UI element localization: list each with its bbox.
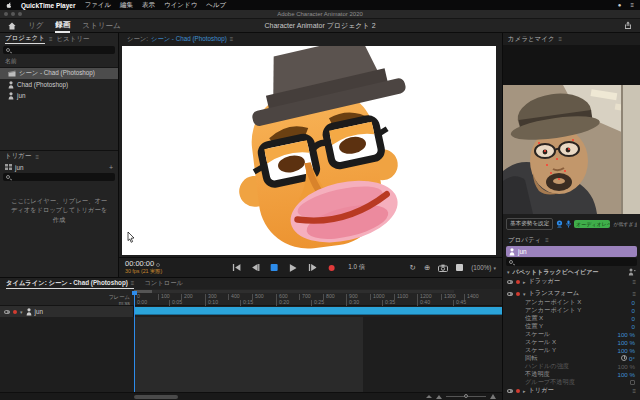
- webcam-icon[interactable]: [556, 220, 563, 228]
- rotation-dial-icon[interactable]: [621, 355, 627, 361]
- timeline-ruler[interactable]: フレーム m:ss 0 100 200 300 400 500 600 700 …: [0, 289, 502, 306]
- prop-value[interactable]: 0: [632, 307, 635, 314]
- chevron-down-icon[interactable]: ▾: [523, 291, 526, 297]
- track-header-jun[interactable]: ▾ jun: [0, 306, 134, 317]
- panel-menu-icon[interactable]: ≡: [131, 280, 135, 286]
- microphone-icon[interactable]: [566, 220, 571, 228]
- add-behavior-icon[interactable]: [628, 268, 636, 276]
- project-search-input[interactable]: [3, 46, 115, 54]
- timecode-options-icon[interactable]: [156, 263, 160, 267]
- prop-value[interactable]: 100 %: [617, 331, 635, 338]
- scene-name-link[interactable]: シーン - Chad (Photoshop): [151, 35, 227, 44]
- add-trigger-icon[interactable]: +: [109, 164, 113, 171]
- apple-icon[interactable]: [6, 2, 12, 9]
- prop-value[interactable]: 0: [632, 299, 635, 306]
- menu-help[interactable]: ヘルプ: [206, 1, 226, 10]
- playhead[interactable]: [134, 291, 135, 392]
- timeline-scrollbar[interactable]: [0, 392, 502, 400]
- properties-search-input[interactable]: [506, 258, 637, 266]
- set-rest-pose-button[interactable]: 基本姿勢を設定: [506, 218, 553, 230]
- tab-rig[interactable]: リグ: [28, 19, 43, 32]
- webcam-feed[interactable]: [503, 85, 640, 214]
- frame-forward-button[interactable]: [307, 263, 317, 273]
- eye-icon[interactable]: [507, 389, 513, 393]
- puppet-track-bar[interactable]: [134, 307, 502, 315]
- loop-icon[interactable]: ↻: [410, 264, 416, 272]
- tab-stream[interactable]: ストリーム: [82, 19, 120, 32]
- prop-value[interactable]: 0: [632, 323, 635, 330]
- behaviors-header[interactable]: ▾ パペットトラックビヘイビアー: [503, 267, 640, 277]
- project-name-header[interactable]: 名前: [0, 55, 118, 68]
- menu-window[interactable]: ウインドウ: [164, 1, 197, 10]
- behavior-menu-icon[interactable]: ≡: [632, 279, 636, 285]
- time-tick: 0:10: [205, 300, 218, 306]
- tab-record[interactable]: 録画: [55, 18, 70, 33]
- prop-value[interactable]: 0°: [629, 355, 635, 362]
- arm-record-icon[interactable]: [516, 389, 520, 393]
- menu-file[interactable]: ファイル: [84, 1, 111, 10]
- tab-project[interactable]: プロジェクト: [5, 34, 45, 44]
- properties-title[interactable]: プロパティ: [508, 236, 541, 245]
- prop-value[interactable]: 100 %: [617, 347, 635, 354]
- chevron-right-icon[interactable]: ▸: [523, 388, 526, 394]
- scene-canvas[interactable]: [122, 46, 496, 255]
- control-center-icon[interactable]: ≡: [630, 2, 634, 8]
- timeline-track-row: ▾ jun: [0, 306, 502, 317]
- prop-value[interactable]: 100 %: [617, 371, 635, 378]
- selected-puppet-row[interactable]: jun: [506, 246, 637, 257]
- status-dot-icon[interactable]: ●: [618, 2, 622, 8]
- arm-record-icon[interactable]: [516, 280, 520, 284]
- menubar-app-name[interactable]: QuickTime Player: [21, 2, 75, 9]
- timeline-zoom-slider[interactable]: [446, 396, 486, 397]
- behavior-trigger-row[interactable]: ▸ トリガー ≡: [503, 386, 640, 395]
- behavior-dragger-row[interactable]: ▸ ドラッガー ≡: [503, 277, 640, 286]
- camera-mic-title[interactable]: カメラとマイク: [508, 35, 555, 44]
- project-item-scene[interactable]: シーン - Chad (Photoshop): [0, 68, 118, 79]
- home-icon[interactable]: [8, 22, 16, 30]
- chevron-right-icon[interactable]: ▸: [523, 279, 526, 285]
- project-item-jun[interactable]: jun: [0, 90, 118, 101]
- solid-background-icon[interactable]: [456, 264, 463, 271]
- stop-button[interactable]: [269, 263, 279, 273]
- chevron-down-icon[interactable]: ▾: [20, 309, 23, 315]
- prop-value[interactable]: 0: [632, 315, 635, 322]
- tab-timeline[interactable]: タイムライン: シーン - Chad (Photoshop) ≡: [6, 279, 134, 289]
- tab-history[interactable]: ヒストリー: [56, 35, 89, 44]
- trigger-search-input[interactable]: [3, 173, 115, 181]
- panel-menu-icon[interactable]: ≡: [545, 237, 549, 243]
- group-opacity-checkbox[interactable]: [630, 380, 635, 385]
- arm-record-icon[interactable]: [13, 310, 17, 314]
- eye-icon[interactable]: [507, 280, 513, 284]
- frame-back-button[interactable]: [250, 263, 260, 273]
- canvas-zoom-control[interactable]: (100%)▾: [471, 264, 496, 271]
- behavior-menu-icon[interactable]: ≡: [632, 291, 636, 297]
- zoom-max-icon[interactable]: [490, 394, 496, 399]
- eye-icon[interactable]: [4, 310, 10, 314]
- trigger-puppet-row[interactable]: jun +: [0, 162, 118, 172]
- prop-value[interactable]: 100 %: [617, 339, 635, 346]
- zoom-in-icon[interactable]: [436, 395, 442, 399]
- panel-menu-icon[interactable]: ≡: [35, 154, 39, 160]
- panel-menu-icon[interactable]: ≡: [559, 36, 563, 42]
- zoom-out-icon[interactable]: [426, 395, 432, 398]
- playback-speed[interactable]: 1.0 倍: [345, 262, 368, 273]
- tab-controls[interactable]: コントロール: [144, 279, 183, 288]
- timeline-scroll-thumb[interactable]: [134, 395, 178, 399]
- eye-icon[interactable]: [507, 292, 513, 296]
- panel-menu-icon[interactable]: ≡: [230, 36, 234, 42]
- zoom-slider-knob[interactable]: [464, 394, 468, 398]
- trigger-panel-title[interactable]: トリガー: [5, 152, 31, 161]
- behavior-menu-icon[interactable]: ≡: [632, 388, 636, 394]
- project-item-chad[interactable]: Chad (Photoshop): [0, 79, 118, 90]
- play-button[interactable]: [288, 263, 298, 273]
- menu-view[interactable]: 表示: [142, 1, 155, 10]
- panel-menu-icon[interactable]: ≡: [49, 36, 53, 42]
- go-to-start-button[interactable]: [231, 263, 241, 273]
- export-icon[interactable]: [624, 21, 632, 30]
- crosshair-icon[interactable]: ⊕: [424, 264, 430, 272]
- snapshot-icon[interactable]: [438, 264, 448, 272]
- record-button[interactable]: [326, 263, 336, 273]
- arm-record-icon[interactable]: [516, 292, 520, 296]
- menu-edit[interactable]: 編集: [120, 1, 133, 10]
- timeline-tracks-area[interactable]: [0, 317, 502, 392]
